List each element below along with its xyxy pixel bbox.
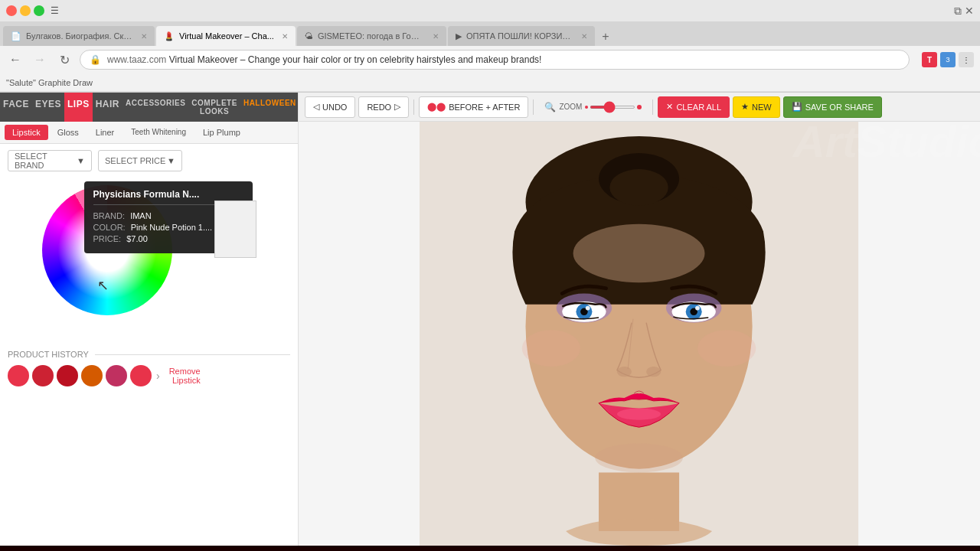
address-url: www.taaz.com Virtual Makeover – Change y…: [107, 54, 541, 65]
nav-tab-lips[interactable]: LIPS: [64, 93, 93, 122]
tab-1-title: Булгаков. Биография. Скр...: [26, 31, 133, 41]
zoom-control: 🔍 ZOOM: [538, 102, 648, 112]
svg-point-18: [617, 367, 632, 377]
extension-icons: Т З ⋮: [922, 52, 974, 67]
new-icon: ★: [741, 102, 749, 112]
zoom-min-dot: [585, 106, 588, 109]
restore-icon[interactable]: ⧉: [954, 5, 962, 18]
tab-1[interactable]: 📄 Булгаков. Биография. Скр... ✕: [3, 26, 155, 46]
face-image-container: ArtStudio: [299, 122, 980, 546]
ext-icon-1[interactable]: Т: [922, 52, 937, 67]
redo-button[interactable]: REDO ▷: [358, 96, 409, 118]
before-after-button[interactable]: ⬤⬤ BEFORE + AFTER: [419, 96, 528, 118]
sidebar: FACE EYES LIPS HAIR ACCESSORIES COMPLETE…: [0, 93, 299, 546]
product-brand-value: IMAN: [130, 211, 152, 220]
nav-tab-accessories[interactable]: ACCESSORIES: [122, 93, 188, 122]
settings-icon[interactable]: ⋮: [959, 52, 974, 67]
product-price-value: $7.00: [126, 234, 148, 243]
face-svg: [420, 122, 858, 546]
zoom-label: ZOOM: [559, 103, 582, 111]
chrome-close-icon[interactable]: ✕: [965, 5, 974, 18]
back-button[interactable]: ←: [6, 51, 24, 69]
tab-1-close[interactable]: ✕: [141, 32, 147, 41]
history-next-arrow[interactable]: ›: [156, 370, 160, 382]
sub-tab-gloss[interactable]: Gloss: [50, 125, 87, 140]
nav-tab-complete-looks[interactable]: COMPLETE LOOKS: [188, 93, 240, 122]
new-tab-button[interactable]: +: [596, 28, 615, 46]
swatch-6[interactable]: [130, 365, 152, 386]
tab-3[interactable]: 🌤 GISMETEO: погода в Гоме... ✕: [297, 26, 446, 46]
lock-icon: 🔒: [90, 54, 101, 65]
tab-3-title: GISMETEO: погода в Гоме...: [318, 31, 425, 41]
svg-point-23: [697, 330, 756, 367]
window-controls: [6, 5, 44, 16]
nav-tab-hair[interactable]: HAIR: [93, 93, 122, 122]
price-select[interactable]: SELECT PRICE ▼: [98, 150, 182, 171]
product-swatch: [214, 201, 256, 258]
close-window-btn[interactable]: [6, 5, 17, 16]
zoom-slider-input[interactable]: [590, 106, 635, 109]
undo-button[interactable]: ◁ UNDO: [305, 96, 355, 118]
redo-icon: ▷: [394, 102, 400, 112]
sub-tab-liner[interactable]: Liner: [88, 125, 122, 140]
swatch-3[interactable]: [57, 365, 78, 386]
history-row: › Remove Lipstick: [8, 365, 290, 386]
tab-bar: 📄 Булгаков. Биография. Скр... ✕ 💄 Virtua…: [0, 21, 980, 46]
brand-select-arrow: ▼: [77, 156, 85, 165]
filter-controls: SELECT BRAND ▼ SELECT PRICE ▼: [0, 144, 298, 171]
nav-tab-halloween[interactable]: HALLOWEEN: [240, 93, 299, 122]
product-history: PRODUCT HISTORY › Remove Lipstick: [0, 342, 298, 394]
maximize-window-btn[interactable]: [34, 5, 44, 16]
remove-lipstick-button[interactable]: Remove Lipstick: [169, 367, 201, 385]
main-area: ◁ UNDO REDO ▷ ⬤⬤ BEFORE + AFTER 🔍 ZOOM: [299, 93, 980, 546]
tab-2[interactable]: 💄 Virtual Makeover – Cha... ✕: [156, 26, 296, 46]
address-bar[interactable]: 🔒 www.taaz.com Virtual Makeover – Change…: [80, 50, 910, 70]
minimize-window-btn[interactable]: [20, 5, 31, 16]
swatch-2[interactable]: [32, 365, 54, 386]
tab-4-close[interactable]: ✕: [581, 32, 587, 41]
svg-point-17: [696, 306, 701, 311]
svg-point-6: [610, 169, 668, 206]
bookmark-label[interactable]: "Salute" Graphite Draw: [6, 78, 93, 87]
tab-3-favicon: 🌤: [305, 31, 313, 41]
history-swatches: ›: [8, 365, 162, 386]
clear-all-icon: ✕: [666, 102, 673, 112]
tab-2-close[interactable]: ✕: [282, 32, 288, 41]
swatch-4[interactable]: [81, 365, 103, 386]
sub-tab-lip-plump[interactable]: Lip Plump: [195, 125, 248, 140]
zoom-slider-area[interactable]: [585, 105, 642, 109]
forward-button[interactable]: →: [31, 51, 49, 69]
reload-button[interactable]: ↻: [55, 51, 74, 69]
separator-3: [652, 99, 653, 115]
product-color-value: Pink Nude Potion 1....: [131, 223, 212, 232]
sub-tab-teeth[interactable]: Teeth Whitening: [123, 125, 194, 140]
new-button[interactable]: ★ NEW: [733, 96, 780, 118]
address-bar-row: ← → ↻ 🔒 www.taaz.com Virtual Makeover – …: [0, 46, 980, 73]
tab-4-favicon: ▶: [456, 31, 462, 41]
svg-point-21: [617, 408, 661, 419]
brand-select[interactable]: SELECT BRAND ▼: [8, 150, 92, 171]
swatch-1[interactable]: [8, 365, 29, 386]
nav-tab-face[interactable]: FACE: [0, 93, 32, 122]
undo-icon: ◁: [313, 102, 319, 112]
tab-2-title: Virtual Makeover – Cha...: [179, 31, 274, 41]
tab-3-close[interactable]: ✕: [433, 32, 439, 41]
svg-point-7: [573, 224, 705, 282]
save-icon: 💾: [792, 102, 802, 112]
sub-tab-lipstick[interactable]: Lipstick: [5, 125, 48, 140]
swatch-5[interactable]: [106, 365, 127, 386]
app-content: FACE EYES LIPS HAIR ACCESSORIES COMPLETE…: [0, 93, 980, 546]
before-after-icon: ⬤⬤: [427, 102, 446, 112]
save-share-button[interactable]: 💾 SAVE OR SHARE: [783, 96, 882, 118]
ext-icon-2[interactable]: З: [940, 52, 956, 67]
svg-point-13: [586, 306, 590, 311]
history-label: PRODUCT HISTORY: [8, 350, 290, 359]
clear-all-button[interactable]: ✕ CLEAR ALL: [658, 96, 730, 118]
browser-chrome: ☰ ⧉ ✕ 📄 Булгаков. Биография. Скр... ✕ 💄 …: [0, 0, 980, 93]
tab-4[interactable]: ▶ ОПЯТА ПОШЛИ! КОРЗИН... ✕: [448, 26, 595, 46]
nav-tab-eyes[interactable]: EYES: [32, 93, 64, 122]
color-wheel-area: ↖ Physicians Formula N.... BRAND: IMAN C…: [42, 178, 256, 338]
separator-1: [413, 99, 414, 115]
svg-point-19: [647, 367, 662, 377]
tab-2-favicon: 💄: [164, 31, 175, 41]
